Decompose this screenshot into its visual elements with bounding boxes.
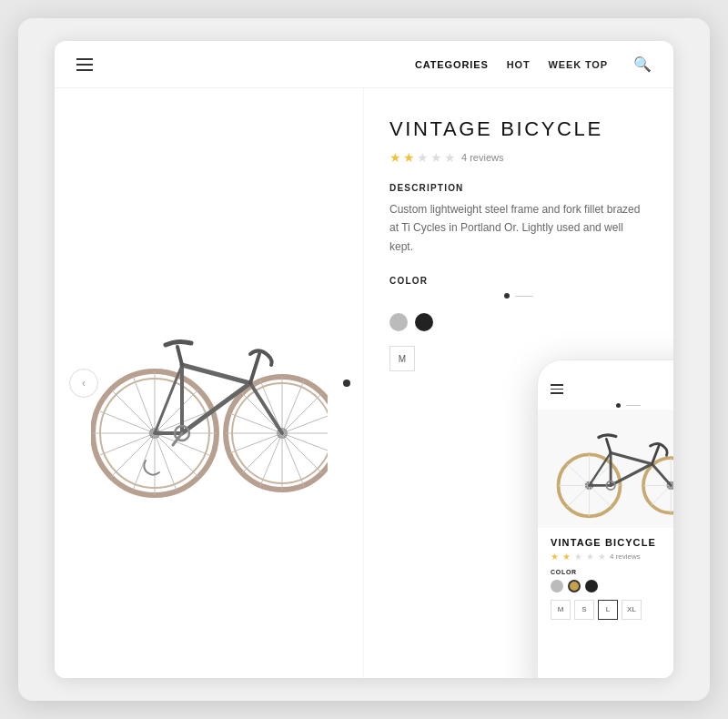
description-label: DESCRIPTION — [389, 183, 648, 193]
svg-line-45 — [177, 347, 182, 365]
phone-size-btns: M S L XL — [551, 600, 673, 620]
svg-line-54 — [567, 464, 590, 486]
phone-product-title: VINTAGE BICYCLE — [551, 537, 673, 548]
phone-size-btn-l[interactable]: L — [598, 600, 618, 620]
phone-star-4: ★ — [586, 552, 594, 562]
phone-size-btn-m[interactable]: M — [551, 600, 571, 620]
phone-swatch-gray[interactable] — [551, 580, 563, 592]
carousel-dot — [343, 380, 350, 387]
color-swatches — [389, 313, 648, 331]
svg-line-27 — [282, 433, 322, 473]
carousel-dot-active[interactable] — [504, 293, 510, 299]
search-icon[interactable]: 🔍 — [633, 56, 652, 73]
svg-line-44 — [250, 354, 259, 383]
description-text: Custom lightweight steel frame and fork … — [389, 200, 648, 256]
svg-line-9 — [111, 433, 155, 477]
phone-product-info: VINTAGE BICYCLE ★ ★ ★ ★ ★ 4 reviews COLO… — [538, 528, 673, 629]
tablet-image-area: ‹ — [55, 88, 364, 678]
hamburger-icon[interactable] — [76, 58, 93, 71]
phone-star-1: ★ — [551, 552, 559, 562]
phone-image-area — [538, 410, 673, 528]
carousel-dots — [389, 293, 648, 299]
svg-line-75 — [606, 439, 611, 452]
svg-line-15 — [100, 433, 155, 455]
color-swatch-dark[interactable] — [415, 313, 433, 331]
phone-color-swatches — [551, 580, 673, 592]
star-4: ★ — [430, 150, 442, 165]
outer-wrapper: CATEGORIES HOT WEEK TOP 🔍 ‹ — [18, 18, 710, 701]
phone-swatch-dark[interactable] — [585, 580, 598, 592]
svg-line-34 — [229, 433, 282, 453]
phone-device: VINTAGE BICYCLE ★ ★ ★ ★ ★ 4 reviews COLO… — [537, 360, 673, 678]
nav-week-top[interactable]: WEEK TOP — [548, 59, 608, 70]
svg-line-12 — [155, 433, 177, 491]
phone-carousel-dots — [538, 400, 673, 410]
color-label: COLOR — [389, 276, 648, 286]
svg-line-28 — [242, 433, 282, 473]
star-2: ★ — [403, 150, 415, 165]
svg-line-31 — [282, 433, 304, 486]
phone-size-btn-s[interactable]: S — [574, 600, 594, 620]
reviews-count: 4 reviews — [461, 152, 503, 163]
nav-hot[interactable]: HOT — [507, 59, 531, 70]
svg-line-56 — [567, 485, 590, 507]
svg-line-37 — [282, 380, 304, 433]
phone-star-3: ★ — [574, 552, 582, 562]
svg-line-14 — [155, 433, 209, 455]
product-title: VINTAGE BICYCLE — [389, 117, 648, 141]
phone-star-5: ★ — [598, 552, 606, 562]
tablet-nav: CATEGORIES HOT WEEK TOP 🔍 — [55, 41, 673, 88]
svg-line-73 — [652, 464, 671, 486]
phone-color-label: COLOR — [551, 569, 673, 575]
svg-line-68 — [611, 453, 652, 464]
svg-line-11 — [133, 376, 155, 433]
stars-row: ★ ★ ★ ★ ★ 4 reviews — [389, 150, 648, 165]
tablet-device: CATEGORIES HOT WEEK TOP 🔍 ‹ — [55, 41, 673, 678]
phone-size-btn-xl[interactable]: XL — [622, 600, 642, 620]
bicycle-image — [82, 238, 337, 529]
svg-line-7 — [111, 390, 155, 433]
stars: ★ ★ ★ ★ ★ — [389, 150, 456, 165]
star-1: ★ — [389, 150, 401, 165]
svg-line-17 — [133, 433, 155, 491]
svg-line-13 — [100, 411, 155, 433]
phone-dot-active[interactable] — [616, 403, 621, 408]
phone-reviews-count: 4 reviews — [610, 552, 641, 561]
nav-categories[interactable]: CATEGORIES — [415, 59, 489, 70]
tablet-nav-links: CATEGORIES HOT WEEK TOP 🔍 — [415, 56, 652, 73]
phone-status-bar — [538, 360, 673, 379]
svg-line-29 — [282, 393, 322, 433]
phone-swatch-gold[interactable] — [568, 580, 581, 592]
star-5: ★ — [444, 150, 456, 165]
color-swatch-gray[interactable] — [389, 313, 408, 331]
color-section: COLOR — [389, 276, 648, 331]
phone-hamburger-icon[interactable] — [551, 384, 563, 394]
svg-line-38 — [182, 365, 250, 383]
svg-line-36 — [260, 433, 282, 486]
size-btn-m[interactable]: M — [389, 346, 415, 371]
phone-stars-row: ★ ★ ★ ★ ★ 4 reviews — [551, 552, 673, 562]
carousel-prev-button[interactable]: ‹ — [69, 369, 98, 398]
svg-line-66 — [652, 485, 672, 505]
star-3: ★ — [417, 150, 429, 165]
carousel-dot-inactive[interactable] — [515, 296, 533, 298]
phone-nav — [538, 379, 673, 400]
svg-line-43 — [250, 383, 282, 433]
phone-star-2: ★ — [562, 552, 571, 562]
phone-dot-inactive[interactable] — [626, 405, 641, 407]
